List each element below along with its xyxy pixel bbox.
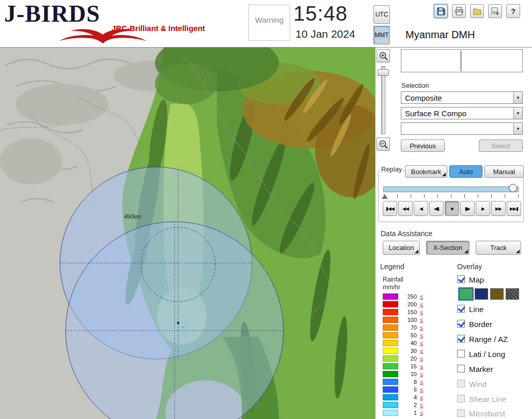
marker-checkbox[interactable] (457, 365, 465, 373)
lati-long-checkbox[interactable] (457, 350, 465, 358)
overlay-item-border[interactable]: Border (457, 319, 529, 330)
map-zoom-slider[interactable] (381, 66, 385, 134)
replay-timeline-slider[interactable] (383, 187, 519, 192)
composite-dropdown[interactable]: Composite ▼ (401, 91, 523, 104)
print-icon (455, 7, 464, 16)
overlay-item-label: Border (469, 320, 492, 329)
help-icon: ? (511, 7, 515, 15)
replay-start-marker (382, 194, 388, 199)
stop-button[interactable]: ■ (445, 201, 459, 216)
zoom-out-button[interactable] (377, 137, 390, 151)
previous-button[interactable]: Previous (401, 139, 445, 152)
legend-swatch (383, 324, 398, 331)
fast-rewind-icon: ◀◀ (402, 206, 409, 211)
fast-forward-button[interactable]: ▶▶ (491, 201, 506, 216)
step-back-icon: ◀▮ (434, 206, 439, 211)
legend-row: 50≤ (383, 332, 440, 339)
legend-swatch (383, 386, 398, 393)
overlay-item-lati-long[interactable]: Lati / Long (457, 349, 529, 360)
border-checkbox[interactable] (457, 320, 465, 328)
skip-to-end-button[interactable]: ▶▶▮ (507, 201, 521, 216)
legend-le-symbol: ≤ (420, 371, 423, 377)
legend-row: 70≤ (383, 324, 440, 331)
legend-le-symbol: ≤ (420, 332, 423, 338)
overlay-item-marker[interactable]: Marker (457, 364, 529, 375)
overlay-label: Overlay (457, 262, 482, 271)
mmt-toggle-button[interactable]: MMT (373, 26, 390, 44)
legend-le-symbol: ≤ (420, 394, 423, 400)
play-button[interactable]: ▶ (476, 201, 490, 216)
legend-row: 200≤ (383, 301, 440, 308)
zoom-in-button[interactable] (377, 49, 390, 63)
play-backward-button[interactable]: ◀ (414, 201, 428, 216)
overlay-item-map[interactable]: Map (457, 275, 529, 285)
map-style-swatch-dark[interactable] (506, 288, 519, 300)
legend-swatch (383, 332, 398, 338)
legend-row: 15≤ (383, 363, 440, 370)
legend-swatch (383, 309, 398, 315)
location-button[interactable]: Location (383, 241, 420, 255)
overlay-item-label: Line (469, 305, 483, 314)
warning-indicator[interactable]: Warning (248, 5, 290, 41)
legend-le-symbol: ≤ (420, 363, 423, 369)
map-zoom-slider-thumb[interactable] (378, 69, 389, 76)
range-az-checkbox[interactable] (457, 335, 465, 343)
sub-product-dropdown[interactable]: ▼ (401, 122, 523, 135)
message-listbox[interactable] (401, 49, 523, 72)
legend-le-symbol: ≤ (420, 324, 423, 331)
select-button[interactable]: Select (479, 139, 523, 152)
header-bar: J-BIRDS JRC-Brilliant & Intelligent Rada… (0, 0, 532, 48)
legend-unit-line2: mm/hr (383, 284, 400, 291)
chevron-down-icon[interactable]: ▼ (513, 107, 522, 119)
map-style-swatch-green[interactable] (459, 288, 473, 300)
auto-mode-button[interactable]: Auto (449, 165, 482, 178)
warning-label: Warning (255, 15, 284, 24)
map-style-swatch-olive[interactable] (490, 288, 504, 300)
legend-le-symbol: ≤ (420, 348, 423, 354)
map-style-swatch-navy[interactable] (475, 288, 488, 300)
legend-value: 8 (400, 379, 417, 385)
open-folder-button[interactable] (470, 4, 484, 18)
fast-rewind-button[interactable]: ◀◀ (398, 201, 413, 216)
export-image-button[interactable] (488, 4, 502, 18)
map-checkbox[interactable] (457, 275, 465, 283)
legend-value: 4 (400, 394, 417, 400)
line-checkbox[interactable] (457, 305, 465, 313)
product-dropdown[interactable]: Surface R Compo ▼ (401, 107, 523, 119)
location-button-label: Location (388, 244, 414, 252)
replay-timeline-thumb[interactable] (509, 184, 517, 192)
legend-value: 200 (400, 301, 417, 307)
play-backward-icon: ◀ (419, 206, 423, 211)
overlay-item-label: Wind (469, 380, 487, 389)
track-button[interactable]: Track (476, 241, 521, 255)
manual-mode-button[interactable]: Manual (484, 165, 524, 178)
step-forward-button[interactable]: ▮▶ (460, 201, 475, 216)
export-icon (491, 7, 500, 16)
legend-le-symbol: ≤ (420, 379, 423, 385)
chevron-down-icon[interactable]: ▼ (513, 92, 522, 103)
overlay-item-line[interactable]: Line (457, 304, 529, 315)
skip-to-start-button[interactable]: ▮◀◀ (383, 201, 397, 216)
bookmark-button[interactable]: Bookmark (405, 165, 447, 178)
overlay-item-label: Map (469, 275, 484, 284)
help-button[interactable]: ? (506, 4, 520, 18)
print-button[interactable] (452, 4, 466, 18)
replay-timeline-ticks (384, 194, 519, 198)
overlay-item-range-az[interactable]: Range / AZ (457, 334, 529, 345)
separator (398, 77, 525, 77)
legend-value: 30 (400, 348, 417, 354)
save-button[interactable] (434, 4, 448, 18)
step-back-button[interactable]: ◀▮ (429, 201, 444, 216)
utc-toggle-button[interactable]: UTC (373, 5, 390, 24)
radar-map[interactable]: 450km (0, 48, 375, 419)
overlay-item-label: Range / AZ (469, 335, 508, 344)
x-section-button[interactable]: X-Section (426, 241, 470, 255)
legend-le-symbol: ≤ (420, 301, 423, 307)
legend-le-symbol: ≤ (420, 309, 423, 315)
separator (378, 159, 528, 160)
legend-swatch (383, 301, 398, 307)
legend-swatch (383, 340, 398, 346)
app-window: J-BIRDS JRC-Brilliant & Intelligent Rada… (0, 0, 532, 419)
chevron-down-icon[interactable]: ▼ (513, 123, 522, 134)
legend-value: 2 (400, 402, 417, 408)
